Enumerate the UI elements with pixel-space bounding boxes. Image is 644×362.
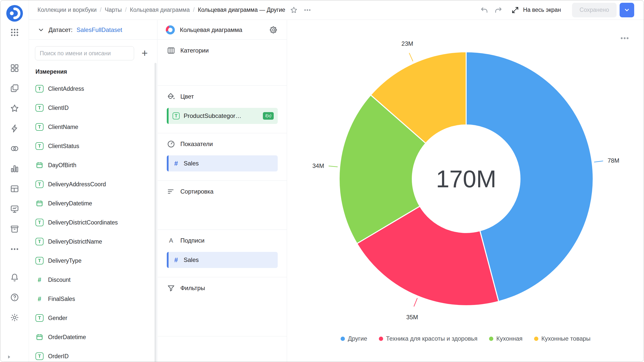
field-name: DeliveryType xyxy=(48,257,82,264)
chart-type-title: Кольцевая диаграмма xyxy=(180,26,264,33)
number-field-icon: # xyxy=(35,295,44,303)
topbar: Коллекции и воркбуки/Чарты/Кольцевая диа… xyxy=(29,0,644,20)
chart-settings-gear-icon[interactable] xyxy=(268,24,279,35)
labels-dropzone[interactable]: #Sales xyxy=(167,252,278,268)
chart-menu-icon[interactable] xyxy=(620,33,630,43)
breadcrumb-item[interactable]: Коллекции и воркбуки xyxy=(37,7,97,13)
donut-chart: 78M35M34M23M170M xyxy=(287,20,644,362)
field-row[interactable]: TGender xyxy=(29,308,157,328)
gear-icon[interactable] xyxy=(9,312,20,323)
field-row[interactable]: TDeliveryDistrictCoordinates xyxy=(29,213,157,232)
field-row[interactable]: DayOfBirth xyxy=(29,156,157,175)
text-field-icon: T xyxy=(173,112,180,119)
paint-bucket-icon xyxy=(167,92,175,101)
date-field-icon xyxy=(35,161,44,169)
collapse-rail-icon[interactable] xyxy=(6,354,12,360)
slice-value-label: 23M xyxy=(401,40,413,47)
links-icon[interactable] xyxy=(9,143,20,154)
chip-field-name: ProductSubcategor… xyxy=(184,112,259,119)
chip-field-name: Sales xyxy=(184,256,274,263)
field-row[interactable]: TClientID xyxy=(29,98,157,117)
slice-label-connector xyxy=(414,298,417,306)
table-icon[interactable] xyxy=(9,183,20,194)
bar-chart-icon[interactable] xyxy=(9,163,20,174)
measures-dropzone[interactable]: #Sales xyxy=(167,155,278,171)
bell-icon[interactable] xyxy=(9,272,20,283)
monitor-icon[interactable] xyxy=(9,203,20,214)
help-icon[interactable] xyxy=(9,292,20,303)
date-field-icon xyxy=(35,199,44,207)
more-icon[interactable] xyxy=(9,244,20,255)
field-row[interactable]: OrderDatetime xyxy=(29,328,157,347)
dropzone-space[interactable] xyxy=(167,202,278,230)
breadcrumb-item[interactable]: Кольцевая диаграмма xyxy=(130,7,190,13)
section-categories: Категории xyxy=(158,40,287,86)
nav-rail xyxy=(0,0,29,362)
chart-legend: ДругиеТехника для красоты и здоровьяКухо… xyxy=(287,335,644,342)
topbar-actions: На весь экран Сохранено xyxy=(479,3,634,17)
dropzone-space[interactable] xyxy=(167,61,278,85)
storage-icon[interactable] xyxy=(9,223,20,235)
field-chip[interactable]: #Sales xyxy=(167,155,278,171)
breadcrumb-more-icon[interactable] xyxy=(303,6,311,14)
rail-bottom-group xyxy=(9,267,20,328)
formula-badge: f(x) xyxy=(263,112,274,120)
scrollbar-thumb[interactable] xyxy=(154,63,156,362)
field-chip[interactable]: TProductSubcategor…f(x) xyxy=(167,108,278,124)
text-field-icon: T xyxy=(35,142,44,150)
color-dropzone[interactable]: TProductSubcategor…f(x) xyxy=(167,108,278,124)
field-row[interactable]: DeliveryDatetime xyxy=(29,194,157,213)
saved-button[interactable]: Сохранено xyxy=(572,3,617,17)
field-row[interactable]: TClientAddress xyxy=(29,79,157,98)
field-row[interactable]: #Discount xyxy=(29,270,157,289)
favorite-star-icon[interactable] xyxy=(290,6,298,14)
breadcrumb-separator: / xyxy=(193,7,194,13)
field-search-input[interactable] xyxy=(35,46,134,60)
chevron-down-icon[interactable] xyxy=(37,26,45,33)
section-label: Подписи xyxy=(180,237,205,244)
redo-icon[interactable] xyxy=(493,5,504,16)
save-dropdown-button[interactable] xyxy=(620,3,634,17)
number-field-icon: # xyxy=(35,276,44,284)
dropzone-space[interactable] xyxy=(167,299,278,336)
field-row[interactable]: TDeliveryAddressCoord xyxy=(29,175,157,194)
breadcrumb-item[interactable]: Чарты xyxy=(105,7,122,13)
add-field-button[interactable]: + xyxy=(138,47,151,60)
grid-icon[interactable] xyxy=(9,63,20,74)
apps-menu-icon[interactable] xyxy=(9,27,20,38)
svg-text:A: A xyxy=(169,237,173,244)
field-chip[interactable]: #Sales xyxy=(167,252,278,268)
field-row[interactable]: TClientStatus xyxy=(29,137,157,156)
pages-icon[interactable] xyxy=(9,83,20,94)
star-icon[interactable] xyxy=(9,103,20,114)
field-row[interactable]: TClientName xyxy=(29,117,157,137)
field-name: OrderID xyxy=(48,353,69,360)
text-field-icon: T xyxy=(35,219,44,226)
slice-value-label: 35M xyxy=(406,314,418,321)
legend-item[interactable]: Техника для красоты и здоровья xyxy=(379,335,478,342)
field-row[interactable]: TDeliveryDistrictName xyxy=(29,232,157,251)
field-row[interactable]: TOrderID xyxy=(29,347,157,362)
legend-item[interactable]: Другие xyxy=(341,335,367,342)
chart-config-panel: Кольцевая диаграмма Категории Цвет TProd… xyxy=(158,20,287,362)
field-name: FinalSales xyxy=(48,296,75,302)
text-field-icon: T xyxy=(35,180,44,188)
dataset-name-link[interactable]: SalesFullDataset xyxy=(76,26,122,33)
slice-label-connector xyxy=(594,161,603,162)
section-color: Цвет TProductSubcategor…f(x) xyxy=(158,86,287,133)
fullscreen-button[interactable]: На весь экран xyxy=(511,6,561,14)
field-name: DeliveryAddressCoord xyxy=(48,181,106,188)
labels-icon: A xyxy=(167,236,175,245)
text-field-icon: T xyxy=(35,238,44,245)
legend-item[interactable]: Кухонные товары xyxy=(534,335,590,342)
field-row[interactable]: TDeliveryType xyxy=(29,251,157,270)
legend-dot-icon xyxy=(489,337,493,341)
text-field-icon: T xyxy=(35,257,44,264)
datalens-logo-icon[interactable] xyxy=(6,4,24,22)
section-labels: A Подписи #Sales xyxy=(158,230,287,277)
donut-chart-icon[interactable] xyxy=(165,25,175,35)
bolt-icon[interactable] xyxy=(9,123,20,134)
undo-icon[interactable] xyxy=(479,5,490,16)
field-row[interactable]: #FinalSales xyxy=(29,289,157,308)
legend-item[interactable]: Кухонная xyxy=(489,335,522,342)
